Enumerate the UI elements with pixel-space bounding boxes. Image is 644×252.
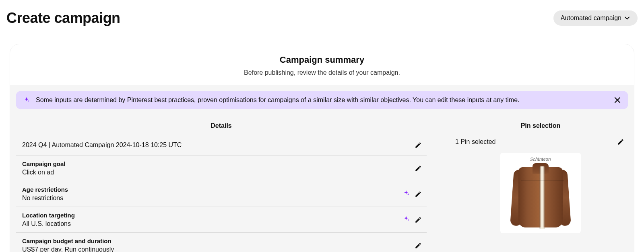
banner-text: Some inputs are determined by Pinterest … <box>36 96 608 104</box>
edit-row-button[interactable] <box>413 140 423 150</box>
pin-selection-heading: Pin selection <box>453 119 628 135</box>
summary-subtitle: Before publishing, review the details of… <box>18 69 626 76</box>
details-heading: Details <box>16 119 427 135</box>
pins-selected-text: 1 Pin selected <box>455 138 496 145</box>
detail-row: 2024 Q4 | Automated Campaign 2024-10-18 … <box>16 135 427 156</box>
sparkle-icon <box>23 96 30 104</box>
detail-row-label: Campaign budget and duration <box>22 238 409 244</box>
best-practices-banner: Some inputs are determined by Pinterest … <box>16 91 628 109</box>
pin-thumbnail[interactable]: Schinteon <box>500 153 581 233</box>
detail-row-value: Click on ad <box>22 169 409 176</box>
edit-row-button[interactable] <box>413 163 423 174</box>
detail-row: Age restrictionsNo restrictions <box>16 181 427 207</box>
jacket-image <box>510 162 571 230</box>
campaign-summary-card: Campaign summary Before publishing, revi… <box>10 44 634 252</box>
detail-row-value: All U.S. locations <box>22 220 398 227</box>
summary-title: Campaign summary <box>18 55 626 65</box>
detail-row-value: US$7 per day. Run continuously <box>22 246 409 252</box>
edit-row-button[interactable] <box>413 240 423 251</box>
campaign-type-label: Automated campaign <box>561 14 621 22</box>
page-title: Create campaign <box>6 10 120 27</box>
campaign-type-dropdown[interactable]: Automated campaign <box>553 10 638 26</box>
detail-row: Location targetingAll U.S. locations <box>16 207 427 233</box>
chevron-down-icon <box>624 15 630 21</box>
edit-pins-button[interactable] <box>615 137 626 147</box>
banner-close-button[interactable] <box>614 96 621 104</box>
detail-row-label: Campaign goal <box>22 160 409 167</box>
detail-row-value: No restrictions <box>22 195 398 202</box>
detail-row: Campaign goalClick on ad <box>16 156 427 181</box>
detail-row-label: Age restrictions <box>22 186 398 193</box>
edit-row-button[interactable] <box>413 189 423 199</box>
detail-row-label: Location targeting <box>22 212 398 219</box>
detail-row: Campaign budget and durationUS$7 per day… <box>16 233 427 252</box>
detail-row-value: 2024 Q4 | Automated Campaign 2024-10-18 … <box>22 141 409 149</box>
edit-row-button[interactable] <box>413 215 423 225</box>
sparkle-icon <box>402 215 410 224</box>
sparkle-icon <box>402 190 410 199</box>
